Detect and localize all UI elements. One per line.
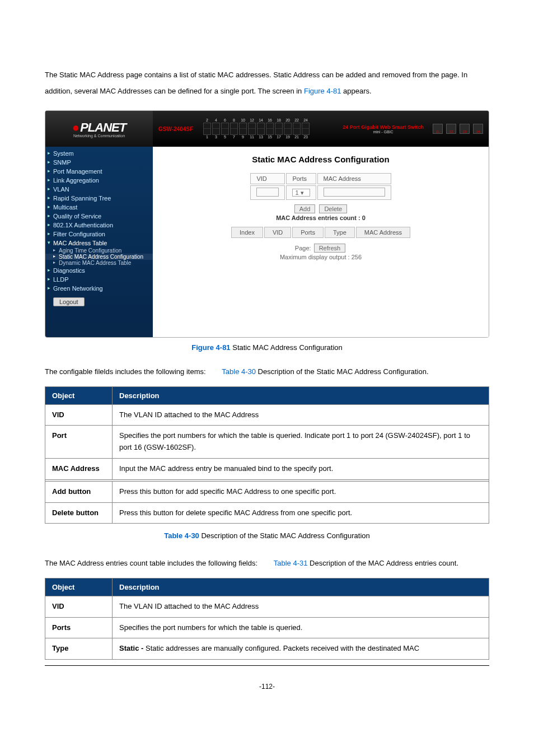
logo-dot-icon: ●	[72, 120, 79, 134]
main-panel: Static MAC Address Configuration VID Por…	[153, 147, 489, 337]
page-number: -112-	[11, 683, 523, 690]
ports-select[interactable]: 1 ▾	[292, 189, 310, 197]
intro-tail: appears.	[341, 87, 371, 95]
row-object: VID	[45, 404, 113, 426]
sidebar-item[interactable]: MAC Address Table	[45, 239, 153, 248]
sidebar-item[interactable]: SNMP	[45, 158, 153, 167]
embedded-screenshot: ●PLANET Networking & Communication GSW-2…	[45, 110, 489, 338]
port-status-panel: 214365871091211141316151817201922212423	[203, 118, 310, 139]
sidebar-item[interactable]: Port Management	[45, 167, 153, 176]
row-desc: Press this button for add specific MAC A…	[113, 481, 489, 502]
figure-caption: Figure 4-81 Static MAC Address Configura…	[45, 343, 489, 352]
col-ports: Ports	[286, 173, 316, 184]
list-col-index: Index	[231, 227, 263, 238]
intro-text: The Static MAC Address page contains a l…	[45, 71, 467, 95]
intro-paragraph: The Static MAC Address page contains a l…	[45, 67, 489, 99]
row-object: VID	[45, 596, 113, 617]
gbic-slots: 21222324	[433, 124, 483, 134]
max-output-label: Maximum display output : 256	[164, 254, 477, 260]
sidebar-subitem[interactable]: Aging Time Configuration	[45, 248, 153, 254]
vid-input[interactable]	[256, 188, 279, 197]
entries-count-label: MAC Address entries count : 0	[164, 214, 477, 221]
th-object: Object	[45, 386, 113, 404]
list-col-ports: Ports	[292, 227, 324, 238]
row-object: Type	[45, 638, 113, 660]
entries-table: ObjectDescription VIDThe VLAN ID attache…	[45, 578, 489, 660]
config-intro: The configable filelds includes the foll…	[45, 365, 489, 378]
sidebar-item[interactable]: Multicast	[45, 203, 153, 212]
sidebar-item[interactable]: System	[45, 149, 153, 158]
row-desc: Press this button for delete specific MA…	[113, 502, 489, 524]
sidebar-item[interactable]: Diagnostics	[45, 266, 153, 275]
entries-intro: The MAC Address entries count table incl…	[45, 557, 489, 570]
sidebar-item[interactable]: VLAN	[45, 185, 153, 194]
config-table: ObjectDescription VIDThe VLAN ID attache…	[45, 386, 489, 524]
row-object: Delete button	[45, 502, 113, 524]
sidebar-item[interactable]: Filter Configuration	[45, 230, 153, 239]
sidebar-item[interactable]: 802.1X Authentication	[45, 221, 153, 230]
sidebar-nav: SystemSNMPPort ManagementLink Aggregatio…	[45, 147, 153, 337]
row-object: Port	[45, 426, 113, 459]
th-object: Object	[45, 578, 113, 596]
row-object: Add button	[45, 481, 113, 502]
row-object: MAC Address	[45, 458, 113, 479]
col-vid: VID	[250, 173, 285, 184]
th-desc: Description	[113, 386, 489, 404]
device-title: 24 Port Gigabit Web Smart Switch mini - …	[343, 124, 424, 134]
brand-tagline: Networking & Communication	[73, 134, 125, 138]
col-mac: MAC Address	[317, 173, 391, 184]
sidebar-item[interactable]: Rapid Spanning Tree	[45, 194, 153, 203]
sidebar-subitem[interactable]: Static MAC Address Configuration	[45, 254, 153, 260]
list-col-mac: MAC Address	[356, 227, 410, 238]
figure-link[interactable]: Figure 4-81	[304, 87, 341, 95]
sidebar-item[interactable]: Link Aggregation	[45, 176, 153, 185]
row-desc: Static - Static addresses are manually c…	[113, 638, 489, 660]
list-col-type: Type	[325, 227, 355, 238]
row-desc: Specifies the port numbers for which the…	[113, 617, 489, 638]
device-model: GSW-2404SF	[158, 126, 193, 132]
row-object: Ports	[45, 617, 113, 638]
list-col-vid: VID	[264, 227, 291, 238]
logo-area: ●PLANET Networking & Communication	[45, 111, 153, 147]
refresh-button[interactable]: Refresh	[314, 244, 346, 253]
config-table-caption: Table 4-30 Description of the Static MAC…	[45, 531, 489, 540]
row-desc: The VLAN ID attached to the MAC Address	[113, 596, 489, 617]
delete-button[interactable]: Delete	[319, 204, 347, 213]
logout-button[interactable]: Logout	[53, 297, 85, 306]
add-button[interactable]: Add	[294, 204, 316, 213]
sidebar-item[interactable]: Quality of Service	[45, 212, 153, 221]
brand-name: PLANET	[80, 120, 126, 134]
sidebar-item[interactable]: LLDP	[45, 275, 153, 284]
row-desc: Input the MAC address entry be manualed …	[113, 458, 489, 479]
page-label: Page:	[295, 245, 311, 251]
th-desc: Description	[113, 578, 489, 596]
row-desc: The VLAN ID attached to the MAC Address	[113, 404, 489, 426]
sidebar-subitem[interactable]: Dynamic MAC Address Table	[45, 260, 153, 266]
mac-input[interactable]	[324, 188, 385, 197]
panel-title: Static MAC Address Configuration	[164, 155, 477, 164]
sidebar-item[interactable]: Green Networking	[45, 284, 153, 293]
row-desc: Specifies the port numbers for which the…	[113, 426, 489, 459]
